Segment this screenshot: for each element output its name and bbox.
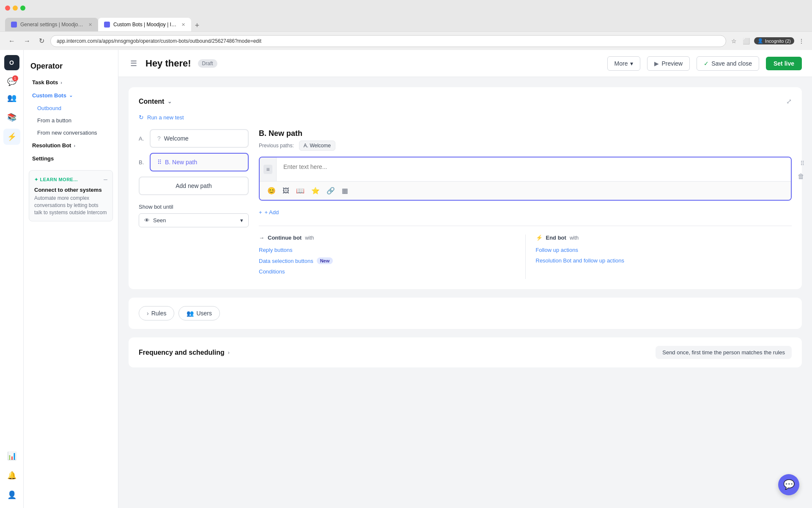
resolution-bot-link[interactable]: Resolution Bot and follow up actions xyxy=(536,257,792,264)
topbar-menu-button[interactable]: ☰ xyxy=(129,57,139,70)
new-tab-button[interactable]: + xyxy=(191,19,203,31)
sidebar-icon-analytics[interactable]: 📊 xyxy=(7,448,16,464)
frequency-label: Frequency and scheduling xyxy=(139,349,225,356)
path-item-a[interactable]: ? Welcome xyxy=(150,129,249,148)
users-tab[interactable]: 👥 Users xyxy=(178,306,220,320)
preview-play-icon: ▶ xyxy=(654,60,659,67)
url-bar[interactable]: app.intercom.com/a/apps/nnsgmgob/operato… xyxy=(50,35,726,47)
show-bot-section: Show bot until 👁 Seen ▾ xyxy=(139,204,249,227)
follow-up-link[interactable]: Follow up actions xyxy=(536,247,792,253)
content-area: Content ⌄ ⤢ ↻ Run a new test xyxy=(118,77,812,508)
tab1-close[interactable]: ✕ xyxy=(88,22,92,28)
sidebar-icon-operator[interactable]: ⚡ xyxy=(3,129,20,145)
sidebar-icon-user[interactable]: 👤 xyxy=(7,487,16,503)
back-button[interactable]: ← xyxy=(6,36,18,47)
set-live-button[interactable]: Set live xyxy=(766,57,802,70)
editor-delete-icon[interactable]: 🗑 xyxy=(798,173,804,180)
content-section-title[interactable]: Content ⌄ xyxy=(139,98,172,105)
reply-buttons-link[interactable]: Reply buttons xyxy=(259,247,515,253)
toolbar-image-button[interactable]: 🖼 xyxy=(280,185,292,196)
conditions-link[interactable]: Conditions xyxy=(259,268,515,275)
sidebar-icon-inbox[interactable]: 💬 1 xyxy=(7,77,16,86)
save-check-icon: ✓ xyxy=(704,60,709,67)
add-action-row[interactable]: + + Add xyxy=(259,207,792,217)
toolbar-link-button[interactable]: 🔗 xyxy=(324,185,337,196)
custom-bots-chevron: ⌄ xyxy=(69,93,73,98)
sidebar-outbound[interactable]: Outbound xyxy=(24,102,118,114)
show-bot-select[interactable]: 👁 Seen ▾ xyxy=(139,213,249,227)
save-close-button[interactable]: ✓ Save and close xyxy=(697,56,759,71)
browser-tab-2[interactable]: Custom Bots | Moodjoy | Interc... ✕ xyxy=(98,18,191,31)
tab2-icon xyxy=(104,22,110,28)
chat-bubble[interactable]: 💬 xyxy=(778,474,799,495)
toolbar-emoji-button[interactable]: 😊 xyxy=(265,185,278,196)
app-logo: O xyxy=(4,55,19,70)
editor-block: ⠿ 🗑 ≡ xyxy=(259,157,792,201)
inbox-badge: 1 xyxy=(12,75,18,81)
editor-drag-handle[interactable]: ⠿ xyxy=(800,160,804,167)
sidebar-nav: Operator Task Bots › Custom Bots ⌄ Outbo… xyxy=(24,50,118,508)
sidebar: O 💬 1 👥 📚 ⚡ 📊 🔔 👤 Operator xyxy=(0,50,118,508)
dot-yellow[interactable] xyxy=(13,6,18,11)
sidebar-icon-notifications[interactable]: 🔔 xyxy=(7,467,16,483)
task-bots-chevron: › xyxy=(60,80,62,85)
sidebar-task-bots[interactable]: Task Bots › xyxy=(24,76,118,89)
show-bot-label: Show bot until xyxy=(139,204,249,210)
rules-tabs: › Rules 👥 Users xyxy=(139,306,792,320)
sidebar-from-conversations[interactable]: From new conversations xyxy=(24,127,118,139)
tab2-label: Custom Bots | Moodjoy | Interc... xyxy=(113,22,176,28)
resolution-bot-chevron: › xyxy=(74,143,75,148)
sidebar-settings[interactable]: Settings xyxy=(24,152,118,165)
data-selection-link[interactable]: Data selection buttons New xyxy=(259,257,515,264)
frequency-chevron[interactable]: › xyxy=(228,350,230,356)
learn-more-collapse[interactable]: – xyxy=(104,176,107,183)
add-action-plus-icon: + xyxy=(259,209,262,215)
more-chevron-icon: ▾ xyxy=(630,60,633,67)
end-col-header: ⚡ End bot with xyxy=(536,235,792,241)
previous-paths-row: Previous paths: A. Welcome xyxy=(259,141,792,151)
preview-button[interactable]: ▶ Preview xyxy=(647,56,690,71)
toolbar-video-button[interactable]: ⭐ xyxy=(309,185,322,196)
run-test-banner[interactable]: ↻ Run a new test xyxy=(139,114,792,121)
tab2-close[interactable]: ✕ xyxy=(181,22,185,28)
path-label-b: B. xyxy=(139,159,145,166)
run-test-icon: ↻ xyxy=(139,114,144,121)
more-button[interactable]: More ▾ xyxy=(607,56,641,71)
dot-green[interactable] xyxy=(20,6,25,11)
sidebar-icon-contacts[interactable]: 👥 xyxy=(7,90,16,106)
add-path-container: Add new path xyxy=(139,177,249,195)
show-bot-eye-icon: 👁 xyxy=(144,217,150,224)
reload-button[interactable]: ↻ xyxy=(36,35,47,47)
rules-tab-icon: › xyxy=(147,310,149,317)
fullscreen-button[interactable]: ⤢ xyxy=(786,97,792,105)
path-detail-heading: B. New path xyxy=(259,129,302,138)
show-bot-chevron-icon: ▾ xyxy=(240,217,243,224)
forward-button[interactable]: → xyxy=(21,36,33,47)
menu-icon[interactable]: ⋮ xyxy=(797,36,806,46)
rules-card: › Rules 👥 Users xyxy=(129,298,802,329)
add-new-path-button[interactable]: Add new path xyxy=(139,177,249,195)
bookmark-icon[interactable]: ☆ xyxy=(730,36,738,46)
sidebar-from-button[interactable]: From a button xyxy=(24,114,118,127)
connect-title: Connect to other systems xyxy=(34,187,107,193)
frequency-value: Send once, first time the person matches… xyxy=(656,346,792,359)
sidebar-icon-library[interactable]: 📚 xyxy=(7,109,16,125)
browser-tab-1[interactable]: General settings | Moodjoy | Int... ✕ xyxy=(5,18,98,31)
toolbar-article-button[interactable]: 📖 xyxy=(294,185,307,196)
tab1-label: General settings | Moodjoy | Int... xyxy=(20,22,83,28)
browser-tabs: General settings | Moodjoy | Int... ✕ Cu… xyxy=(0,16,812,31)
dot-red[interactable] xyxy=(5,6,10,11)
text-editor-input[interactable] xyxy=(277,157,791,181)
sidebar-resolution-bot[interactable]: Resolution Bot › xyxy=(24,139,118,152)
app-container: O 💬 1 👥 📚 ⚡ 📊 🔔 👤 Operator xyxy=(0,50,812,508)
end-bot-lightning-icon: ⚡ xyxy=(536,235,543,241)
draft-badge: Draft xyxy=(198,59,217,68)
extension-icon[interactable]: ⬜ xyxy=(741,36,752,46)
toolbar-layout-button[interactable]: ▦ xyxy=(339,185,351,196)
url-text: app.intercom.com/a/apps/nnsgmgob/operato… xyxy=(57,38,261,44)
sidebar-custom-bots[interactable]: Custom Bots ⌄ xyxy=(24,89,118,102)
topbar-title: Hey there! xyxy=(145,58,191,69)
path-item-b[interactable]: ⠿ B. New path xyxy=(150,153,249,171)
rules-tab[interactable]: › Rules xyxy=(139,306,174,320)
text-editor-wrapper: ≡ 😊 🖼 📖 ⭐ xyxy=(259,157,792,201)
